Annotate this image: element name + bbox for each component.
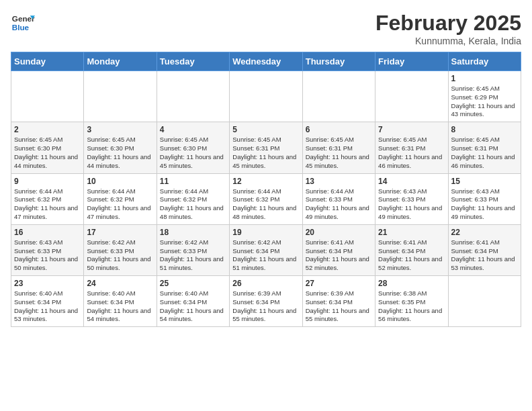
calendar-cell — [302, 71, 375, 122]
weekday-header-thursday: Thursday — [302, 52, 375, 71]
day-info: Sunrise: 6:43 AM Sunset: 6:33 PM Dayligh… — [378, 187, 445, 222]
weekday-header-wednesday: Wednesday — [230, 52, 302, 71]
day-info: Sunrise: 6:41 AM Sunset: 6:34 PM Dayligh… — [306, 238, 372, 273]
calendar-cell: 13Sunrise: 6:44 AM Sunset: 6:33 PM Dayli… — [302, 173, 375, 224]
day-info: Sunrise: 6:39 AM Sunset: 6:34 PM Dayligh… — [306, 289, 372, 324]
day-info: Sunrise: 6:42 AM Sunset: 6:34 PM Dayligh… — [232, 238, 299, 273]
calendar-cell: 12Sunrise: 6:44 AM Sunset: 6:32 PM Dayli… — [230, 173, 302, 224]
weekday-header-monday: Monday — [84, 52, 157, 71]
day-number: 21 — [378, 228, 445, 237]
week-row-3: 16Sunrise: 6:43 AM Sunset: 6:33 PM Dayli… — [11, 224, 521, 275]
day-number: 9 — [14, 177, 81, 186]
day-info: Sunrise: 6:39 AM Sunset: 6:34 PM Dayligh… — [232, 289, 299, 324]
calendar-cell: 24Sunrise: 6:40 AM Sunset: 6:34 PM Dayli… — [84, 276, 157, 327]
day-info: Sunrise: 6:45 AM Sunset: 6:31 PM Dayligh… — [451, 136, 518, 170]
weekday-header-tuesday: Tuesday — [157, 52, 229, 71]
weekday-header-sunday: Sunday — [11, 52, 84, 71]
day-info: Sunrise: 6:45 AM Sunset: 6:30 PM Dayligh… — [160, 136, 226, 170]
calendar-cell: 1Sunrise: 6:45 AM Sunset: 6:29 PM Daylig… — [448, 71, 521, 122]
day-info: Sunrise: 6:44 AM Sunset: 6:33 PM Dayligh… — [306, 187, 372, 222]
weekday-header-saturday: Saturday — [448, 52, 521, 71]
calendar-cell: 7Sunrise: 6:45 AM Sunset: 6:31 PM Daylig… — [375, 122, 448, 173]
day-number: 28 — [378, 279, 445, 288]
calendar-cell: 17Sunrise: 6:42 AM Sunset: 6:33 PM Dayli… — [84, 224, 157, 275]
day-info: Sunrise: 6:45 AM Sunset: 6:31 PM Dayligh… — [306, 136, 372, 170]
calendar-cell: 3Sunrise: 6:45 AM Sunset: 6:30 PM Daylig… — [84, 122, 157, 173]
day-number: 6 — [306, 125, 372, 134]
day-info: Sunrise: 6:41 AM Sunset: 6:34 PM Dayligh… — [451, 238, 518, 273]
day-info: Sunrise: 6:45 AM Sunset: 6:31 PM Dayligh… — [232, 136, 299, 170]
calendar-cell: 4Sunrise: 6:45 AM Sunset: 6:30 PM Daylig… — [157, 122, 229, 173]
day-info: Sunrise: 6:44 AM Sunset: 6:32 PM Dayligh… — [87, 187, 153, 222]
day-info: Sunrise: 6:44 AM Sunset: 6:32 PM Dayligh… — [232, 187, 299, 222]
day-info: Sunrise: 6:45 AM Sunset: 6:30 PM Dayligh… — [87, 136, 153, 170]
day-number: 26 — [232, 279, 299, 288]
calendar-cell — [230, 71, 302, 122]
day-number: 19 — [232, 228, 299, 237]
day-info: Sunrise: 6:38 AM Sunset: 6:35 PM Dayligh… — [378, 289, 445, 324]
location: Kunnumma, Kerala, India — [375, 36, 521, 46]
svg-text:General: General — [12, 14, 35, 23]
calendar-cell: 25Sunrise: 6:40 AM Sunset: 6:34 PM Dayli… — [157, 276, 229, 327]
day-info: Sunrise: 6:43 AM Sunset: 6:33 PM Dayligh… — [14, 238, 81, 273]
calendar-cell — [11, 71, 84, 122]
day-number: 16 — [14, 228, 81, 237]
day-info: Sunrise: 6:42 AM Sunset: 6:33 PM Dayligh… — [87, 238, 153, 273]
day-number: 23 — [14, 279, 81, 288]
calendar-cell: 9Sunrise: 6:44 AM Sunset: 6:32 PM Daylig… — [11, 173, 84, 224]
day-info: Sunrise: 6:40 AM Sunset: 6:34 PM Dayligh… — [160, 289, 226, 324]
calendar-cell: 8Sunrise: 6:45 AM Sunset: 6:31 PM Daylig… — [448, 122, 521, 173]
day-number: 13 — [306, 177, 372, 186]
day-info: Sunrise: 6:43 AM Sunset: 6:33 PM Dayligh… — [451, 187, 518, 222]
calendar-cell — [84, 71, 157, 122]
calendar-cell: 2Sunrise: 6:45 AM Sunset: 6:30 PM Daylig… — [11, 122, 84, 173]
day-info: Sunrise: 6:45 AM Sunset: 6:30 PM Dayligh… — [14, 136, 81, 170]
day-number: 14 — [378, 177, 445, 186]
day-info: Sunrise: 6:42 AM Sunset: 6:33 PM Dayligh… — [160, 238, 226, 273]
calendar-cell: 18Sunrise: 6:42 AM Sunset: 6:33 PM Dayli… — [157, 224, 229, 275]
day-number: 8 — [451, 125, 518, 134]
svg-text:Blue: Blue — [12, 23, 30, 32]
calendar-cell: 20Sunrise: 6:41 AM Sunset: 6:34 PM Dayli… — [302, 224, 375, 275]
day-info: Sunrise: 6:40 AM Sunset: 6:34 PM Dayligh… — [14, 289, 81, 324]
day-info: Sunrise: 6:44 AM Sunset: 6:32 PM Dayligh… — [160, 187, 226, 222]
day-info: Sunrise: 6:45 AM Sunset: 6:31 PM Dayligh… — [378, 136, 445, 170]
day-number: 24 — [87, 279, 153, 288]
day-number: 3 — [87, 125, 153, 134]
month-title: February 2025 — [375, 11, 521, 36]
day-info: Sunrise: 6:44 AM Sunset: 6:32 PM Dayligh… — [14, 187, 81, 222]
calendar-cell: 26Sunrise: 6:39 AM Sunset: 6:34 PM Dayli… — [230, 276, 302, 327]
calendar-cell: 23Sunrise: 6:40 AM Sunset: 6:34 PM Dayli… — [11, 276, 84, 327]
day-number: 11 — [160, 177, 226, 186]
day-number: 1 — [451, 74, 518, 83]
calendar-cell — [157, 71, 229, 122]
day-number: 27 — [306, 279, 372, 288]
day-number: 15 — [451, 177, 518, 186]
calendar-cell: 10Sunrise: 6:44 AM Sunset: 6:32 PM Dayli… — [84, 173, 157, 224]
day-number: 7 — [378, 125, 445, 134]
week-row-1: 2Sunrise: 6:45 AM Sunset: 6:30 PM Daylig… — [11, 122, 521, 173]
logo-icon: General Blue — [11, 11, 35, 35]
day-number: 12 — [232, 177, 299, 186]
day-number: 5 — [232, 125, 299, 134]
calendar-cell: 21Sunrise: 6:41 AM Sunset: 6:34 PM Dayli… — [375, 224, 448, 275]
calendar-cell: 14Sunrise: 6:43 AM Sunset: 6:33 PM Dayli… — [375, 173, 448, 224]
day-number: 25 — [160, 279, 226, 288]
logo: General Blue — [11, 11, 35, 35]
calendar-cell — [448, 276, 521, 327]
calendar-cell — [375, 71, 448, 122]
calendar-cell: 11Sunrise: 6:44 AM Sunset: 6:32 PM Dayli… — [157, 173, 229, 224]
day-number: 22 — [451, 228, 518, 237]
week-row-2: 9Sunrise: 6:44 AM Sunset: 6:32 PM Daylig… — [11, 173, 521, 224]
calendar-cell: 16Sunrise: 6:43 AM Sunset: 6:33 PM Dayli… — [11, 224, 84, 275]
day-info: Sunrise: 6:45 AM Sunset: 6:29 PM Dayligh… — [451, 85, 518, 119]
day-number: 18 — [160, 228, 226, 237]
day-info: Sunrise: 6:41 AM Sunset: 6:34 PM Dayligh… — [378, 238, 445, 273]
title-block: February 2025 Kunnumma, Kerala, India — [375, 11, 521, 46]
day-info: Sunrise: 6:40 AM Sunset: 6:34 PM Dayligh… — [87, 289, 153, 324]
calendar-cell: 15Sunrise: 6:43 AM Sunset: 6:33 PM Dayli… — [448, 173, 521, 224]
week-row-4: 23Sunrise: 6:40 AM Sunset: 6:34 PM Dayli… — [11, 276, 521, 327]
weekday-header-friday: Friday — [375, 52, 448, 71]
calendar-cell: 6Sunrise: 6:45 AM Sunset: 6:31 PM Daylig… — [302, 122, 375, 173]
day-number: 10 — [87, 177, 153, 186]
